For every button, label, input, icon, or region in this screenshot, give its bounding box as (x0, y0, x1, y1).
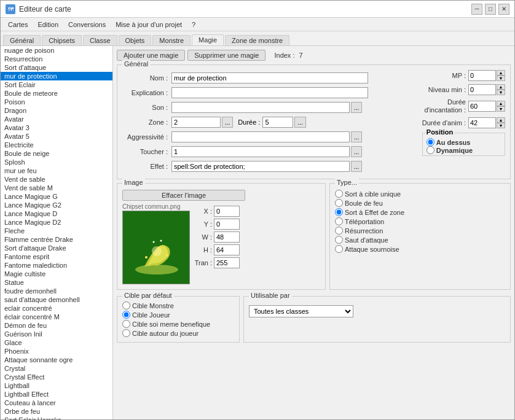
menu-edition[interactable]: Edition (33, 20, 63, 29)
maximize-button[interactable]: □ (485, 4, 496, 15)
position-au-dessus-radio[interactable]: Au dessus (427, 138, 501, 146)
sidebar-item[interactable]: Lance Magique D2 (1, 218, 112, 227)
type-resurrection-radio[interactable]: Résurrection (335, 227, 505, 235)
tab-zone-monstre[interactable]: Zone de monstre (225, 35, 289, 45)
sidebar-item[interactable]: Sort d'attaque (1, 63, 112, 72)
tran-input[interactable] (214, 257, 240, 268)
position-dynamique-radio[interactable]: Dynamique (427, 146, 501, 154)
clear-image-button[interactable]: Effacer l'image (122, 190, 245, 201)
tab-chipsets[interactable]: Chipsets (42, 35, 82, 45)
menu-conversions[interactable]: Conversions (63, 20, 111, 29)
mp-up-button[interactable]: ▲ (497, 70, 505, 76)
cible-autour-joueur-radio[interactable]: Cible autour du joueur (122, 329, 234, 337)
type-attaque-sournoise-radio[interactable]: Attaque sournoise (335, 245, 505, 253)
sidebar-item[interactable]: Fleche (1, 227, 112, 235)
x-input[interactable] (214, 206, 240, 217)
sidebar-item[interactable]: Avatar 5 (1, 132, 112, 141)
sidebar-item[interactable]: Couteau à lancer (1, 399, 112, 407)
sidebar-item[interactable]: Lance Magique D (1, 209, 112, 218)
sidebar-item[interactable]: Démon de feu (1, 321, 112, 330)
type-teleportation-radio[interactable]: Téléportation (335, 217, 505, 225)
sidebar-item[interactable]: Boule de meteore (1, 89, 112, 98)
sidebar-item[interactable]: eclair concentré (1, 304, 112, 313)
sidebar-item[interactable]: Avatar 3 (1, 123, 112, 132)
sidebar-item[interactable]: Guérison Inil (1, 330, 112, 338)
type-saut-attaque-radio[interactable]: Saut d'attaque (335, 236, 505, 244)
menu-mise-a-jour[interactable]: Mise à jour d'un projet (111, 20, 187, 29)
type-boule-feu-radio[interactable]: Boule de feu (335, 199, 505, 207)
son-browse-button[interactable]: ... (351, 102, 362, 113)
sidebar-item[interactable]: Fantome malediction (1, 261, 112, 270)
sidebar-item[interactable]: Sort d'attaque Drake (1, 244, 112, 252)
tab-general[interactable]: Général (3, 35, 41, 45)
sidebar-item[interactable]: foudre demonhell (1, 287, 112, 295)
remove-magie-button[interactable]: Supprimer une magie (187, 50, 265, 61)
duree-anim-input[interactable] (468, 117, 496, 128)
sidebar-item[interactable]: Phoenix (1, 347, 112, 356)
zone-browse-button[interactable]: ... (222, 117, 233, 128)
position-au-dessus-input[interactable] (427, 138, 434, 146)
sidebar-item[interactable]: Glace (1, 338, 112, 347)
close-button[interactable]: ✕ (498, 4, 509, 15)
sidebar-item[interactable]: Vent de sable (1, 175, 112, 184)
sidebar-item[interactable]: Crystal (1, 364, 112, 373)
tab-classe[interactable]: Classe (83, 35, 117, 45)
sidebar-item[interactable]: Lance Magique G (1, 192, 112, 201)
aggressivite-input[interactable] (171, 131, 350, 142)
duree-incantation-down-button[interactable]: ▼ (497, 106, 505, 112)
sidebar-item[interactable]: Attaque sonnante ogre (1, 356, 112, 364)
add-magie-button[interactable]: Ajouter une magie (117, 50, 185, 61)
y-input[interactable] (214, 219, 240, 230)
mp-down-button[interactable]: ▼ (497, 76, 505, 81)
effet-browse-button[interactable]: ... (351, 161, 362, 172)
niveau-min-input[interactable] (468, 84, 496, 95)
explication-input[interactable] (171, 87, 368, 98)
utilisable-select[interactable]: Toutes les classes Guerrier Mage Prêtre (249, 305, 353, 317)
duree-browse-button[interactable]: ... (294, 117, 305, 128)
tab-objets[interactable]: Objets (119, 35, 152, 45)
h-input[interactable] (214, 244, 240, 255)
sidebar-item-selected[interactable]: mur de protection (1, 72, 112, 80)
niveau-min-up-button[interactable]: ▲ (497, 84, 505, 90)
toucher-input[interactable] (171, 146, 350, 157)
w-input[interactable] (214, 231, 240, 243)
sidebar-item[interactable]: saut d'attaque demonhell (1, 295, 112, 304)
menu-cartes[interactable]: Cartes (3, 20, 33, 29)
sidebar-item[interactable]: Fantome esprit (1, 252, 112, 261)
sidebar-item[interactable]: nuage de poison (1, 46, 112, 55)
sidebar-item[interactable]: Avatar (1, 115, 112, 123)
sidebar-item[interactable]: Orbe de feu (1, 407, 112, 416)
sidebar-item[interactable]: Flamme centrée Drake (1, 235, 112, 244)
nom-input[interactable] (171, 72, 368, 84)
duree-anim-down-button[interactable]: ▼ (497, 123, 505, 128)
sidebar-item[interactable]: éclair concentré M (1, 313, 112, 321)
sidebar-item[interactable]: Dragon (1, 106, 112, 115)
tab-monstre[interactable]: Monstre (152, 35, 191, 45)
cible-joueur-radio[interactable]: Cible Joueur (122, 311, 234, 319)
duree-incantation-input[interactable] (468, 101, 496, 112)
duree-anim-up-button[interactable]: ▲ (497, 117, 505, 123)
sidebar-item[interactable]: Sort Eclair (1, 80, 112, 89)
minimize-button[interactable]: ─ (471, 4, 482, 15)
sidebar-item[interactable]: Statue (1, 278, 112, 287)
sidebar-item[interactable]: Electricite (1, 141, 112, 149)
sidebar-item[interactable]: Resurrection (1, 55, 112, 63)
duree-input[interactable] (262, 117, 293, 128)
toucher-browse-button[interactable]: ... (351, 146, 362, 157)
aggressivite-browse-button[interactable]: ... (351, 131, 362, 142)
sidebar-item[interactable]: Poison (1, 98, 112, 106)
tab-magie[interactable]: Magie (192, 34, 224, 45)
mp-input[interactable] (468, 70, 496, 81)
effet-input[interactable] (171, 161, 350, 172)
sidebar-item[interactable]: Magie cultiste (1, 270, 112, 278)
cible-soi-meme-radio[interactable]: Cible soi meme benefique (122, 320, 234, 328)
niveau-min-down-button[interactable]: ▼ (497, 90, 505, 95)
sidebar-item[interactable]: Splosh (1, 158, 112, 166)
sidebar-item[interactable]: Crystal Effect (1, 373, 112, 381)
position-dynamique-input[interactable] (427, 146, 434, 154)
son-input[interactable] (171, 102, 350, 113)
sidebar-item[interactable]: Boule de neige (1, 149, 112, 158)
sidebar-item[interactable]: Lance Magique G2 (1, 201, 112, 209)
sidebar-item[interactable]: Lightball (1, 381, 112, 390)
sidebar-item[interactable]: Lightball Effect (1, 390, 112, 399)
